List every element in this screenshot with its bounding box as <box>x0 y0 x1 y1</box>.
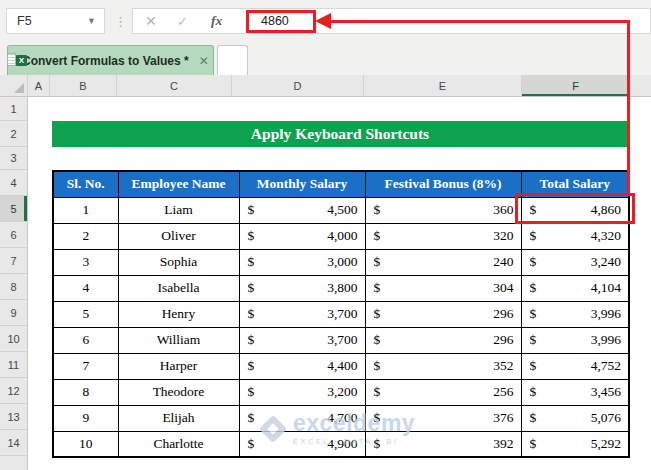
row-header-8[interactable]: 8 <box>0 274 27 300</box>
row-header-6[interactable]: 6 <box>0 222 27 248</box>
currency-cell[interactable]: $4,500 <box>239 197 365 223</box>
currency-cell[interactable]: $256 <box>365 379 521 405</box>
table-row: 10Charlotte$4,900$392$5,292 <box>53 431 629 457</box>
row-header-7[interactable]: 7 <box>0 248 27 274</box>
currency-cell[interactable]: $4,400 <box>239 353 365 379</box>
annotation-arrow-line-horizontal <box>330 20 630 23</box>
serial-cell[interactable]: 10 <box>53 431 118 457</box>
name-box[interactable]: F5 ▼ <box>6 8 105 34</box>
row-header-14[interactable]: 14 <box>0 430 27 456</box>
row-header-1[interactable]: 1 <box>0 97 27 121</box>
serial-cell[interactable]: 6 <box>53 327 118 353</box>
employee-name-cell[interactable]: Liam <box>118 197 239 223</box>
employee-name-cell[interactable]: Theodore <box>118 379 239 405</box>
employee-name-cell[interactable]: Isabella <box>118 275 239 301</box>
row-header-2[interactable]: 2 <box>0 121 27 147</box>
serial-cell[interactable]: 8 <box>53 379 118 405</box>
currency-cell[interactable]: $4,000 <box>239 223 365 249</box>
row-header-9[interactable]: 9 <box>0 300 27 326</box>
row-header-10[interactable]: 10 <box>0 326 27 352</box>
currency-cell[interactable]: $3,200 <box>239 379 365 405</box>
column-header-B[interactable]: B <box>50 75 117 96</box>
employee-name-cell[interactable]: Sophia <box>118 249 239 275</box>
currency-cell[interactable]: $3,456 <box>521 379 629 405</box>
currency-value: 4,400 <box>327 358 357 374</box>
currency-cell[interactable]: $3,240 <box>521 249 629 275</box>
currency-cell[interactable]: $3,996 <box>521 327 629 353</box>
table-row: 2Oliver$4,000$320$4,320 <box>53 223 629 249</box>
currency-cell[interactable]: $3,800 <box>239 275 365 301</box>
column-header-C[interactable]: C <box>117 75 232 96</box>
currency-symbol: $ <box>530 254 537 270</box>
employee-name-cell[interactable]: Henry <box>118 301 239 327</box>
currency-cell[interactable]: $4,700 <box>239 405 365 431</box>
column-header-A[interactable]: A <box>28 75 50 96</box>
row-header-11[interactable]: 11 <box>0 352 27 378</box>
employee-name-cell[interactable]: William <box>118 327 239 353</box>
currency-value: 3,000 <box>327 254 357 270</box>
select-all-corner[interactable] <box>0 75 28 96</box>
currency-symbol: $ <box>530 384 537 400</box>
employee-name-cell[interactable]: Charlotte <box>118 431 239 457</box>
currency-cell[interactable]: $5,076 <box>521 405 629 431</box>
table-row: 8Theodore$3,200$256$3,456 <box>53 379 629 405</box>
currency-cell[interactable]: $392 <box>365 431 521 457</box>
currency-cell[interactable]: $320 <box>365 223 521 249</box>
serial-cell[interactable]: 2 <box>53 223 118 249</box>
currency-value: 3,996 <box>591 306 621 322</box>
employee-name-cell[interactable]: Oliver <box>118 223 239 249</box>
serial-cell[interactable]: 3 <box>53 249 118 275</box>
row-header-4[interactable]: 4 <box>0 170 27 196</box>
column-headers: ABCDEF <box>0 75 651 97</box>
banner-title[interactable]: Apply Keyboard Shortcuts <box>52 121 628 147</box>
close-icon[interactable]: ✕ <box>199 54 209 68</box>
serial-cell[interactable]: 1 <box>53 197 118 223</box>
currency-symbol: $ <box>530 228 537 244</box>
row-header-13[interactable]: 13 <box>0 404 27 430</box>
table-column-header[interactable]: Monthly Salary <box>239 171 365 197</box>
currency-value: 360 <box>493 202 513 218</box>
serial-cell[interactable]: 5 <box>53 301 118 327</box>
currency-cell[interactable]: $296 <box>365 301 521 327</box>
sheet-tab-blank[interactable] <box>217 45 248 75</box>
currency-cell[interactable]: $3,000 <box>239 249 365 275</box>
currency-cell[interactable]: $3,700 <box>239 301 365 327</box>
table-column-header[interactable]: Festival Bonus (8%) <box>365 171 521 197</box>
cancel-icon[interactable]: ✕ <box>145 13 157 29</box>
serial-cell[interactable]: 7 <box>53 353 118 379</box>
table-column-header[interactable]: Sl. No. <box>53 171 118 197</box>
currency-cell[interactable]: $304 <box>365 275 521 301</box>
currency-cell[interactable]: $296 <box>365 327 521 353</box>
currency-symbol: $ <box>374 228 381 244</box>
row-header-5[interactable]: 5 <box>0 196 27 222</box>
employee-name-cell[interactable]: Elijah <box>118 405 239 431</box>
currency-cell[interactable]: $240 <box>365 249 521 275</box>
row-header-12[interactable]: 12 <box>0 378 27 404</box>
currency-cell[interactable]: $4,900 <box>239 431 365 457</box>
insert-function-icon[interactable]: fx <box>211 13 222 29</box>
serial-cell[interactable]: 4 <box>53 275 118 301</box>
sheet-tab-active[interactable]: X Convert Formulas to Values * ✕ <box>7 45 214 75</box>
currency-cell[interactable]: $3,996 <box>521 301 629 327</box>
currency-value: 5,292 <box>591 436 621 452</box>
currency-cell[interactable]: $5,292 <box>521 431 629 457</box>
column-header-D[interactable]: D <box>232 75 364 96</box>
name-box-dropdown-icon[interactable]: ▼ <box>87 16 96 26</box>
currency-value: 5,076 <box>591 410 621 426</box>
currency-cell[interactable]: $352 <box>365 353 521 379</box>
currency-cell[interactable]: $3,700 <box>239 327 365 353</box>
column-header-F[interactable]: F <box>522 75 630 96</box>
serial-cell[interactable]: 9 <box>53 405 118 431</box>
separator-dots-icon: ⋮ <box>114 8 127 34</box>
currency-symbol: $ <box>248 384 255 400</box>
employee-name-cell[interactable]: Harper <box>118 353 239 379</box>
currency-cell[interactable]: $4,104 <box>521 275 629 301</box>
currency-cell[interactable]: $376 <box>365 405 521 431</box>
column-header-E[interactable]: E <box>364 75 522 96</box>
currency-cell[interactable]: $4,320 <box>521 223 629 249</box>
currency-cell[interactable]: $360 <box>365 197 521 223</box>
enter-icon[interactable]: ✓ <box>177 14 188 29</box>
currency-cell[interactable]: $4,752 <box>521 353 629 379</box>
row-header-3[interactable]: 3 <box>0 147 27 170</box>
table-column-header[interactable]: Employee Name <box>118 171 239 197</box>
